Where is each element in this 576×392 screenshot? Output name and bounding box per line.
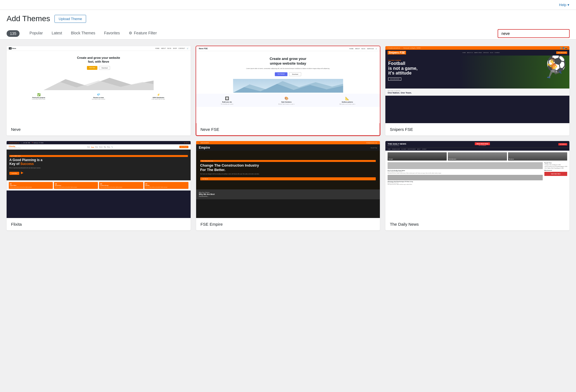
theme-name-snipers-fse: Snipers FSE bbox=[385, 123, 569, 136]
theme-card-fse-empire[interactable]: 📞 +099-123-4567B ● ● ● ● ✉ info@sitename… bbox=[196, 141, 380, 230]
theme-card-snipers-fse[interactable]: ✉ team@somaemail.com 📍 Greenwood, Los An… bbox=[385, 46, 569, 136]
page-header: Add Themes Upload Theme 135 Popular Late… bbox=[0, 10, 576, 40]
theme-preview-daily-news: THE DAILY NEWS Every Story You Need To R… bbox=[385, 141, 569, 218]
theme-card-daily-news[interactable]: THE DAILY NEWS Every Story You Need To R… bbox=[385, 141, 569, 230]
theme-card-neve-fse[interactable]: Neve FSE HOMEABOUTBLOGSERVICES🛒 Create a… bbox=[196, 46, 380, 136]
theme-name-neve: Neve bbox=[7, 123, 191, 136]
svg-marker-1 bbox=[43, 81, 153, 90]
theme-preview-neve-fse: Neve FSE HOMEABOUTBLOGSERVICES🛒 Create a… bbox=[196, 46, 380, 123]
neve-nav-links: HOMEABOUTBLOGSHOPCONTACT🛒 bbox=[155, 48, 188, 49]
neve-logo: N Neve bbox=[9, 47, 16, 49]
chevron-down-icon: ▾ bbox=[567, 3, 569, 7]
theme-preview-snipers: ✉ team@somaemail.com 📍 Greenwood, Los An… bbox=[385, 46, 569, 123]
tab-latest[interactable]: Latest bbox=[47, 27, 67, 39]
filter-tabs: Popular Latest Block Themes Favorites ⚙ … bbox=[25, 27, 498, 39]
search-input[interactable] bbox=[498, 29, 569, 38]
theme-card-neve[interactable]: N Neve HOMEABOUTBLOGSHOPCONTACT🛒 Create … bbox=[7, 46, 191, 136]
theme-name-daily-news: The Daily News bbox=[385, 218, 569, 230]
theme-count-badge: 135 bbox=[7, 30, 20, 37]
theme-name-flixita: Flixita bbox=[7, 218, 191, 230]
main-content: N Neve HOMEABOUTBLOGSHOPCONTACT🛒 Create … bbox=[0, 40, 576, 237]
help-button[interactable]: Help ▾ bbox=[559, 3, 569, 7]
tab-favorites[interactable]: Favorites bbox=[100, 27, 124, 39]
top-bar: Help ▾ bbox=[0, 0, 576, 10]
help-label: Help bbox=[559, 3, 566, 7]
page-title-row: Add Themes Upload Theme bbox=[7, 14, 569, 23]
gear-icon: ⚙ bbox=[129, 31, 132, 35]
theme-preview-empire: 📞 +099-123-4567B ● ● ● ● ✉ info@sitename… bbox=[196, 141, 380, 218]
search-area bbox=[498, 29, 569, 38]
tab-feature-filter[interactable]: ⚙ Feature Filter bbox=[124, 27, 161, 39]
upload-theme-button[interactable]: Upload Theme bbox=[54, 15, 86, 23]
tab-popular[interactable]: Popular bbox=[25, 27, 47, 39]
filter-bar: 135 Popular Latest Block Themes Favorite… bbox=[7, 27, 569, 39]
theme-preview-neve: N Neve HOMEABOUTBLOGSHOPCONTACT🛒 Create … bbox=[7, 46, 191, 123]
page-title: Add Themes bbox=[7, 14, 50, 23]
tab-block-themes[interactable]: Block Themes bbox=[67, 27, 100, 39]
themes-grid: N Neve HOMEABOUTBLOGSHOPCONTACT🛒 Create … bbox=[7, 46, 569, 230]
theme-preview-flixita: ✉ info@example.com 📞 +123 456 7890 📍 Cal… bbox=[7, 141, 191, 218]
theme-name-neve-fse: Neve FSE bbox=[196, 123, 380, 136]
theme-card-flixita[interactable]: ✉ info@example.com 📞 +123 456 7890 📍 Cal… bbox=[7, 141, 191, 230]
theme-name-fse-empire: FSE Empire bbox=[196, 218, 380, 230]
feature-filter-label: Feature Filter bbox=[134, 31, 157, 35]
